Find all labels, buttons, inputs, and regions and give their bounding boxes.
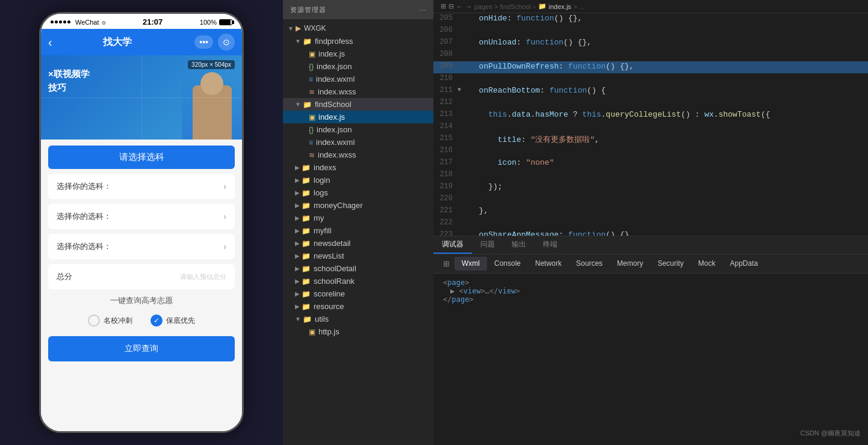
panel-tab-console[interactable]: Console bbox=[487, 257, 528, 271]
line-number-217: 217 bbox=[433, 158, 457, 167]
chevron-right-icon-1: › bbox=[223, 182, 226, 191]
panel-tab-appdata[interactable]: AppData bbox=[722, 257, 765, 271]
folder-logs[interactable]: ▶ 📁 logs bbox=[283, 186, 433, 199]
utils-icon: 📁 bbox=[303, 315, 312, 324]
schooldetail-label: schoolDetail bbox=[314, 264, 356, 273]
folder-schooldetail[interactable]: ▶ 📁 schoolDetail bbox=[283, 262, 433, 275]
code-line-220: 220 bbox=[433, 194, 868, 206]
line-number-220: 220 bbox=[433, 194, 457, 203]
select-item-2[interactable]: 选择你的选科： › bbox=[48, 204, 235, 229]
radio-item-1[interactable]: 名校冲刺 bbox=[88, 315, 132, 327]
folder-newsdetail[interactable]: ▶ 📁 newsdetail bbox=[283, 237, 433, 250]
select-header[interactable]: 请选择选科 bbox=[48, 146, 235, 169]
radio-label-1: 名校冲刺 bbox=[104, 316, 132, 326]
file-findprofess-js[interactable]: ▣ index.js bbox=[283, 48, 433, 60]
tab-terminal[interactable]: 终端 bbox=[535, 236, 566, 254]
code-line-213: 213 this.data.hasMore ? this.queryColleg… bbox=[433, 109, 868, 121]
status-left: WeChat ⌾ bbox=[51, 19, 106, 26]
findschool-wxss-label: index.wxss bbox=[318, 150, 356, 159]
filetree-more-icon[interactable]: ··· bbox=[419, 5, 426, 14]
folder-scoreline[interactable]: ▶ 📁 scoreline bbox=[283, 287, 433, 300]
nav-title: 找大学 bbox=[40, 36, 195, 49]
folder-utils[interactable]: ▼ 📁 utils bbox=[283, 313, 433, 325]
banner-area: ×联视频学 技巧 320px × 504px bbox=[41, 55, 242, 140]
editor-breadcrumb: ⊞ ⊟ ← → pages > findSchool › 📁 index.js … bbox=[433, 0, 868, 13]
submit-button[interactable]: 立即查询 bbox=[48, 336, 235, 361]
signal-dot-3 bbox=[59, 20, 62, 23]
indexs-label: indexs bbox=[314, 163, 336, 172]
watermark: CSDN @幽夜莫知途 bbox=[801, 429, 861, 438]
exp-logs: ▶ bbox=[295, 189, 300, 196]
wxss-icon-1: ≋ bbox=[309, 88, 315, 96]
utils-label: utils bbox=[315, 315, 329, 324]
tab-debugger[interactable]: 调试器 bbox=[433, 236, 472, 254]
scoreline-icon: 📁 bbox=[302, 290, 311, 298]
panel-icon[interactable]: ⊞ bbox=[438, 257, 454, 271]
tab-output[interactable]: 输出 bbox=[503, 236, 535, 254]
banner-person bbox=[182, 67, 242, 140]
nav-more-button[interactable]: ••• bbox=[194, 35, 213, 49]
line-number-213: 213 bbox=[433, 109, 457, 119]
file-findschool-js[interactable]: ▣ index.js bbox=[283, 111, 433, 123]
panel-tab-wxml[interactable]: Wxml bbox=[454, 257, 487, 271]
filetree-root[interactable]: ▼ ▶ WXGK bbox=[283, 22, 433, 35]
panel-tabs: ⊞ Wxml Console Network Sources Memory Se… bbox=[433, 254, 868, 274]
file-findprofess-json[interactable]: {} index.json bbox=[283, 60, 433, 73]
panel-tab-sources[interactable]: Sources bbox=[569, 257, 610, 271]
panel-tab-mock[interactable]: Mock bbox=[691, 257, 723, 271]
breadcrumb-back-icon[interactable]: ← bbox=[456, 3, 463, 10]
expand-findprofess: ▼ bbox=[295, 38, 301, 44]
radio-circle-2[interactable] bbox=[150, 315, 163, 327]
file-findschool-json[interactable]: {} index.json bbox=[283, 123, 433, 136]
findprofess-label: findprofess bbox=[315, 37, 353, 46]
tab-issues[interactable]: 问题 bbox=[472, 236, 503, 254]
radio-item-2[interactable]: 保底优先 bbox=[150, 315, 195, 327]
file-findprofess-wxml[interactable]: ≡ index.wxml bbox=[283, 73, 433, 85]
file-http-js[interactable]: ▣ http.js bbox=[283, 325, 433, 338]
status-signal bbox=[51, 20, 70, 23]
code-line-212: 212 bbox=[433, 97, 868, 109]
folder-my[interactable]: ▶ 📁 my bbox=[283, 212, 433, 224]
filetree-panel: 资源管理器 ··· ▼ ▶ WXGK ▼ 📁 findprofess ▣ ind… bbox=[283, 0, 433, 445]
person-body bbox=[193, 85, 232, 140]
file-findprofess-wxss[interactable]: ≋ index.wxss bbox=[283, 85, 433, 98]
findprofess-icon: 📁 bbox=[303, 37, 312, 46]
select-item-3[interactable]: 选择你的选科： › bbox=[48, 234, 235, 259]
panel-tab-memory[interactable]: Memory bbox=[610, 257, 650, 271]
code-line-222: 222 bbox=[433, 218, 868, 230]
wxml-line-2: ▶ <view>…</view> bbox=[443, 287, 858, 295]
file-findschool-wxml[interactable]: ≡ index.wxml bbox=[283, 136, 433, 149]
folder-indexs[interactable]: ▶ 📁 indexs bbox=[283, 161, 433, 174]
folder-resource[interactable]: ▶ 📁 resource bbox=[283, 300, 433, 313]
wxml-line-3: </page> bbox=[443, 295, 858, 304]
radio-circle-1[interactable] bbox=[88, 315, 100, 327]
folder-schoolrank[interactable]: ▶ 📁 schoolRank bbox=[283, 275, 433, 287]
folder-myfill[interactable]: ▶ 📁 myfill bbox=[283, 224, 433, 237]
folder-findschool[interactable]: ▼ 📁 findSchool bbox=[283, 98, 433, 111]
select-item-1[interactable]: 选择你的选科： › bbox=[48, 174, 235, 199]
folder-findprofess[interactable]: ▼ 📁 findprofess bbox=[283, 35, 433, 48]
folder-login[interactable]: ▶ 📁 login bbox=[283, 174, 433, 186]
schoolrank-icon: 📁 bbox=[302, 277, 311, 286]
query-button-text[interactable]: 一键查询高考志愿 bbox=[41, 289, 242, 310]
wxml-line-1: <page> bbox=[443, 278, 858, 287]
code-editor[interactable]: 205 onHide: function() {}, 206 207 onUnl… bbox=[433, 13, 868, 236]
panel-tab-security[interactable]: Security bbox=[650, 257, 690, 271]
folder-moneychager[interactable]: ▶ 📁 moneyChager bbox=[283, 199, 433, 212]
filetree-title: 资源管理器 bbox=[290, 5, 326, 14]
root-label: WXGK bbox=[304, 24, 326, 32]
panel-tab-network[interactable]: Network bbox=[528, 257, 569, 271]
breadcrumb-forward-icon[interactable]: → bbox=[465, 3, 472, 10]
file-findschool-wxss[interactable]: ≋ index.wxss bbox=[283, 149, 433, 161]
toolbar-grid-icon[interactable]: ⊞ bbox=[441, 2, 446, 10]
findschool-json-label: index.json bbox=[317, 125, 352, 134]
resource-label: resource bbox=[314, 302, 344, 311]
findprofess-wxss-label: index.wxss bbox=[318, 87, 356, 96]
signal-dot-5 bbox=[67, 20, 70, 23]
toolbar-bookmark-icon[interactable]: ⊟ bbox=[448, 2, 454, 10]
scoreline-label: scoreline bbox=[314, 289, 345, 298]
folder-newslist[interactable]: ▶ 📁 newsList bbox=[283, 250, 433, 262]
phone-nav-bar: ‹ 找大学 ••• ⊙ bbox=[41, 29, 242, 55]
nav-record-button[interactable]: ⊙ bbox=[218, 34, 235, 51]
exp-newslist: ▶ bbox=[295, 253, 300, 259]
